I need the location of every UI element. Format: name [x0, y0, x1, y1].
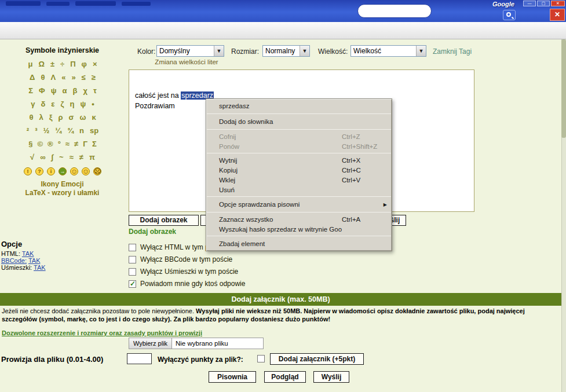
symbol-link[interactable]: θ	[29, 113, 33, 123]
symbol-link[interactable]: ψ	[51, 86, 57, 97]
symbol-link[interactable]: ≈	[70, 153, 74, 163]
symbol-link[interactable]: Σ	[92, 140, 97, 150]
symbol-link[interactable]: ±	[50, 60, 54, 70]
file-input[interactable]: Wybierz plik Nie wybrano pliku	[129, 338, 264, 349]
symbol-link[interactable]: ≈	[65, 140, 70, 150]
menu-item-spellcheck-options[interactable]: Opcje sprawdzania pisowni ▶	[206, 199, 392, 210]
menu-item-select-all[interactable]: Zaznacz wszystko Ctrl+A	[206, 214, 392, 224]
google-toolbar-search-input[interactable]	[357, 4, 432, 18]
symbol-link[interactable]: ©	[37, 140, 43, 150]
symbol-link[interactable]: ≥	[92, 73, 96, 83]
toolbar-search-button[interactable]	[503, 10, 516, 20]
emoticon-icon[interactable]: ☺	[82, 167, 90, 175]
symbol-link[interactable]: Π	[70, 60, 75, 70]
emoticon-icon[interactable]: i	[47, 167, 55, 175]
menu-item-suggestion[interactable]: sprzedasz	[206, 100, 392, 112]
symbol-link[interactable]: •	[92, 100, 94, 110]
symbol-link[interactable]: ≠	[74, 140, 78, 150]
symbol-link[interactable]: ×	[93, 60, 97, 70]
symbol-link[interactable]: ¼	[55, 126, 61, 137]
option-value-html[interactable]: TAK	[22, 250, 34, 257]
menu-item-search-google[interactable]: Wyszukaj hasło sprzedarz w witrynie Goog…	[206, 224, 392, 234]
symbol-link[interactable]: Ω	[38, 60, 44, 70]
symbol-link[interactable]: φ	[82, 60, 87, 70]
symbol-link[interactable]: ³	[35, 126, 37, 137]
menu-item-delete[interactable]: Usuń	[206, 185, 392, 195]
emoticon-icon[interactable]: →	[59, 167, 67, 175]
symbol-link[interactable]: Λ	[50, 73, 56, 83]
minimize-button[interactable]: —	[523, 1, 536, 6]
symbol-link[interactable]: Δ	[30, 73, 35, 83]
symbol-link[interactable]: δ	[41, 100, 45, 110]
close-tags-link[interactable]: Zamknij Tagi	[433, 47, 472, 56]
checkbox-disable-points[interactable]	[257, 355, 265, 362]
symbol-link[interactable]: γ	[31, 100, 35, 110]
color-select[interactable]: Domyślny ▼	[156, 45, 224, 57]
close-button[interactable]: ✕	[550, 9, 565, 21]
symbol-link[interactable]: κ	[92, 113, 96, 123]
symbol-link[interactable]: σ	[68, 113, 74, 123]
add-attachment-button[interactable]: Dodaj załącznik (+5pkt)	[270, 353, 364, 365]
symbol-link[interactable]: n	[79, 126, 84, 137]
emoticon-icon[interactable]: ?	[35, 167, 43, 175]
symbol-link[interactable]: Φ	[39, 86, 45, 97]
emoticon-icon[interactable]: ☹	[93, 167, 101, 175]
symbol-link[interactable]: ≠	[79, 153, 83, 163]
symbol-link[interactable]: ψ	[80, 100, 86, 110]
scrollbar-thumb[interactable]	[561, 39, 566, 138]
symbol-link[interactable]: ∞	[40, 153, 45, 163]
attachment-rules-link[interactable]: Dozwolone rozszerzenie i rozmiary oraz z…	[2, 329, 202, 336]
symbol-link[interactable]: ε	[51, 100, 54, 110]
symbol-link[interactable]: ¾	[67, 126, 74, 137]
letter-case-select[interactable]: Wielkość ▼	[350, 45, 426, 57]
symbol-link[interactable]: χ	[83, 86, 87, 97]
symbol-link[interactable]: ®	[48, 140, 53, 150]
sidebar-link-emoji-icons[interactable]: Ikony Emocji	[0, 180, 125, 188]
checkbox-disable-smilies[interactable]	[129, 268, 136, 276]
sidebar-link-latex[interactable]: LaTeX - wzory i ułamki	[0, 189, 125, 197]
symbol-link[interactable]: Γ	[83, 140, 87, 150]
symbol-link[interactable]: π	[89, 153, 95, 163]
menu-item-add-to-dictionary[interactable]: Dodaj do słownika	[206, 116, 392, 127]
symbol-link[interactable]: α	[63, 86, 67, 97]
symbol-link[interactable]: β	[73, 86, 78, 97]
symbol-link[interactable]: ξ	[49, 113, 53, 123]
maximize-button[interactable]: ▢	[537, 1, 550, 6]
choose-file-button[interactable]: Wybierz plik	[129, 338, 172, 349]
symbol-link[interactable]: ω	[79, 113, 86, 123]
close-button-small[interactable]: ✕	[551, 1, 565, 6]
symbol-link[interactable]: «	[61, 73, 65, 83]
symbol-link[interactable]: Σ	[28, 86, 33, 97]
emoticon-icon[interactable]: !	[24, 167, 32, 175]
symbol-link[interactable]: »	[71, 73, 75, 83]
add-image-button[interactable]: Dodaj obrazek	[129, 215, 199, 226]
menu-item-cut[interactable]: Wytnij Ctrl+X	[206, 155, 392, 165]
checkbox-disable-html[interactable]	[129, 244, 136, 251]
symbol-link[interactable]: η	[70, 100, 74, 110]
symbol-link[interactable]: ~	[59, 153, 64, 163]
option-value-smilies[interactable]: TAK	[34, 264, 46, 271]
menu-item-copy[interactable]: Kopiuj Ctrl+C	[206, 165, 392, 175]
emoticon-icon[interactable]: ☺	[70, 167, 78, 175]
symbol-link[interactable]: ∫	[52, 153, 54, 163]
symbol-link[interactable]: τ	[93, 86, 97, 97]
symbol-link[interactable]: ½	[43, 126, 50, 137]
preview-button-footer[interactable]: Podgląd	[264, 371, 306, 383]
symbol-link[interactable]: §	[28, 140, 32, 150]
symbol-link[interactable]: λ	[39, 113, 43, 123]
menu-item-inspect-element[interactable]: Zbadaj element	[206, 238, 392, 250]
checkbox-disable-bbcode[interactable]	[129, 256, 136, 263]
symbol-link[interactable]: ²	[27, 126, 29, 137]
symbol-link[interactable]: ÷	[60, 60, 64, 70]
submit-button-footer[interactable]: Wyślij	[313, 371, 349, 383]
symbol-link[interactable]: √	[30, 153, 34, 163]
symbol-link[interactable]: θ	[41, 73, 45, 83]
symbol-link[interactable]: ≤	[82, 73, 86, 83]
commission-input[interactable]	[127, 353, 152, 364]
menu-item-paste[interactable]: Wklej Ctrl+V	[206, 175, 392, 185]
checkbox-notify-reply[interactable]: ✓	[129, 280, 136, 288]
symbol-link[interactable]: sp	[90, 126, 98, 137]
symbol-link[interactable]: μ	[28, 60, 33, 70]
symbol-link[interactable]: ζ	[60, 100, 64, 110]
symbol-link[interactable]: °	[58, 140, 61, 150]
